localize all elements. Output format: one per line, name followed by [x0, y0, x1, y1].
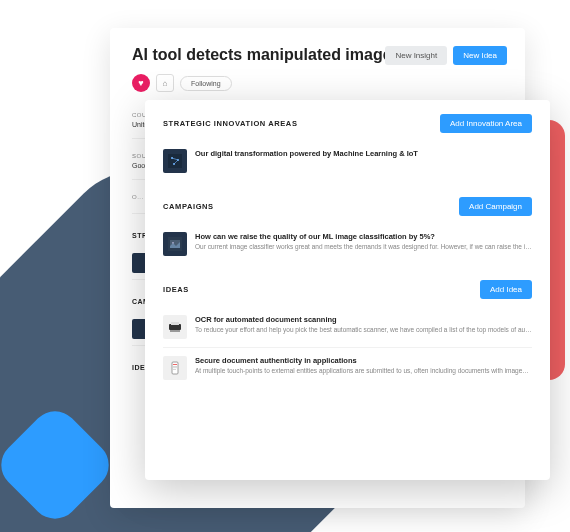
svg-rect-12 [173, 366, 177, 367]
list-item[interactable]: Our digital transformation powered by Ma… [163, 141, 532, 181]
section-title: CAMPAIGNS [163, 202, 214, 211]
section-innovation: STRATEGIC INNOVATION AREAS Add Innovatio… [163, 114, 532, 181]
item-title: Our digital transformation powered by Ma… [195, 149, 532, 158]
add-innovation-area-button[interactable]: Add Innovation Area [440, 114, 532, 133]
svg-rect-11 [173, 364, 177, 365]
svg-rect-0 [168, 154, 182, 168]
favorite-button[interactable]: ♥ [132, 74, 150, 92]
item-desc: Our current image classifier works great… [195, 243, 532, 251]
svg-rect-13 [173, 368, 177, 369]
section-title: STRATEGIC INNOVATION AREAS [163, 119, 298, 128]
section-campaigns: CAMPAIGNS Add Campaign How can we raise … [163, 197, 532, 264]
item-title: How can we raise the quality of our ML i… [195, 232, 532, 241]
item-desc: At multiple touch-points to external ent… [195, 367, 532, 375]
svg-rect-14 [173, 369, 176, 370]
front-card: STRATEGIC INNOVATION AREAS Add Innovatio… [145, 100, 550, 480]
new-insight-button[interactable]: New Insight [385, 46, 447, 65]
item-title: Secure document authenticity in applicat… [195, 356, 532, 365]
add-campaign-button[interactable]: Add Campaign [459, 197, 532, 216]
home-button[interactable]: ⌂ [156, 74, 174, 92]
list-item[interactable]: OCR for automated document scanning To r… [163, 307, 532, 348]
svg-rect-8 [171, 322, 179, 325]
circuit-icon [163, 149, 187, 173]
new-idea-button[interactable]: New Idea [453, 46, 507, 65]
item-desc: To reduce your effort and help you pick … [195, 326, 532, 334]
svg-rect-9 [170, 330, 180, 332]
photo-icon [163, 232, 187, 256]
list-item[interactable]: How can we raise the quality of our ML i… [163, 224, 532, 264]
following-button[interactable]: Following [180, 76, 232, 91]
section-title: IDEAS [163, 285, 189, 294]
add-idea-button[interactable]: Add Idea [480, 280, 532, 299]
list-item[interactable]: Secure document authenticity in applicat… [163, 348, 532, 388]
phone-doc-icon [163, 356, 187, 380]
section-ideas: IDEAS Add Idea OCR for automated documen… [163, 280, 532, 388]
scanner-icon [163, 315, 187, 339]
item-title: OCR for automated document scanning [195, 315, 532, 324]
